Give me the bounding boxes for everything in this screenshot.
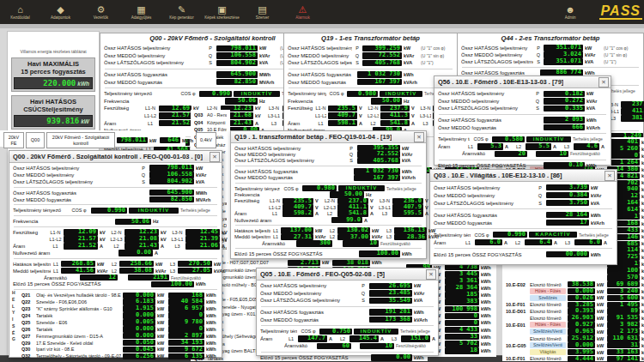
phase-label: L1 — [269, 211, 281, 216]
phase-label: L3 — [171, 244, 184, 249]
table-row: Frekvencia50.00Hz — [288, 98, 453, 106]
close-icon[interactable]: ✕ — [598, 77, 609, 87]
phase-label: L3 — [386, 234, 392, 239]
feeder-id: Q25 — [21, 320, 34, 325]
tab-q00-title[interactable]: 20kV Főmérő - Szolgáltatói kontroll — [46, 132, 115, 148]
lcd-value: 10 — [536, 151, 568, 158]
divider — [14, 186, 217, 188]
helyiseg-vertical-label: H E L Y I S É G — [12, 290, 15, 358]
label: Össz LÁTSZÓLAGOS teljesítmény — [461, 59, 533, 64]
lcd-value: 4 738 — [445, 264, 479, 271]
window-titlebar[interactable]: Q00 . 20kV Főmérő . Szolgáltatói kontrol… — [9, 151, 222, 163]
toolbar-item-k-p-gener-tor[interactable]: ✎Kép generátor — [161, 1, 202, 23]
close-icon[interactable]: ✕ — [605, 171, 615, 181]
label: Össz HATÁSOS fogyasztás — [434, 213, 544, 218]
lcd-value: 235.5 — [328, 106, 357, 112]
table-row: 570kWh — [506, 275, 641, 281]
lcd-value: 28.36 — [394, 234, 427, 241]
window-titlebar[interactable]: Q19 . 1. transzformátor betáp . FEO-Q19-… — [231, 131, 426, 143]
table-row: Q25Szerelde - E060.005kW9 780kWh — [13, 319, 218, 326]
lcd-value: 0.980 — [302, 185, 337, 192]
toolbar-item-szerver[interactable]: ▤Szerver — [242, 1, 283, 23]
toolbar-item-admin[interactable]: ☻Admin — [550, 1, 591, 23]
feeder-name: Szerelde - F06,E06,D06 — [36, 299, 121, 305]
lcd-value: 381.5 — [621, 115, 644, 122]
phase-label: COS φ — [328, 91, 345, 96]
lcd-value: 395.355 — [357, 145, 400, 152]
table-row: Áramváltó2010Feszültségváltó — [438, 150, 607, 158]
feeder-name: Tartalék — [36, 313, 121, 318]
unit-label: kW — [372, 228, 384, 233]
toolbar-item-vez-rl-k[interactable]: ⚙Vezérlők — [81, 1, 121, 23]
lcd-value: 38 018 — [332, 260, 370, 267]
phase-label: P — [359, 283, 368, 288]
lcd-value: 383 — [445, 299, 479, 305]
feeder-id: Q21 — [21, 293, 34, 298]
toolbar-item-k-pek-szerkeszt-se[interactable]: ▣Képek szerkesztése — [202, 1, 242, 23]
window-titlebar[interactable]: Q56 . 10.E . Főmérő . 10E-E13-13-03 . [7… — [434, 76, 611, 88]
toolbar-item-alarmok[interactable]: ⚠Alarmok — [283, 1, 323, 23]
pass-logo: PASS — [599, 4, 642, 20]
unit-label: kWh — [481, 335, 493, 340]
unit-label: V — [425, 205, 432, 210]
label: Össz MEDDŐ fogyasztás — [438, 125, 542, 130]
label: Áram — [234, 211, 267, 216]
close-icon[interactable]: ✕ — [414, 132, 424, 142]
unit-label: A — [222, 244, 230, 249]
unit-label: kW — [196, 166, 218, 171]
feeder-name: Elosztó főmérő — [530, 356, 566, 361]
table-row: Meddő teljesítményL141.56kVArL238.08kVAr… — [13, 268, 218, 275]
lcd-value: 106.558 — [149, 172, 194, 178]
lcd-value: 2191 — [128, 275, 169, 281]
tab-20kv-fe[interactable]: 20kV FE — [3, 132, 24, 148]
phase-label: Q — [536, 193, 544, 198]
unit-label: A — [370, 211, 377, 216]
divider — [14, 288, 217, 290]
toolbar-item-adatpontok[interactable]: ◆Adatpontok — [40, 1, 81, 23]
label: Előző 15 perces ÖSSZ FOGYASZTÁS — [260, 355, 369, 360]
note-label: (U "1") — [421, 60, 453, 65]
label: Össz HATÁSOS teljesítmény — [461, 45, 533, 51]
pencil-icon: ✎ — [178, 5, 185, 15]
window-title: Q19 . 1. transzformátor betáp . FEO-Q19-… — [234, 133, 392, 141]
chart-icon: ▦ — [137, 5, 145, 15]
unit-label: kWh — [206, 341, 218, 346]
lcd-value: 0.990 — [91, 208, 127, 214]
lcd-value: 4.444 — [568, 356, 595, 362]
toolbar-item-adatgy-jt-s[interactable]: ▦Adatgyűjtés — [121, 1, 161, 23]
phase-label: L2-N — [110, 230, 123, 235]
note-label: (U "1" cos φ) — [421, 45, 453, 51]
table-row: L1-L221.57kVL2-L321.08kVL3-L121.39kV — [13, 236, 218, 243]
unit-label: kWh — [481, 293, 493, 298]
table-row: Össz HATÁSOS fogyasztás1 032 730kWh — [234, 168, 422, 174]
table-row: Teljesítmény tényezőCOS φ0.750INDUKTÍVTe… — [260, 328, 434, 335]
unit-label: kWh — [196, 281, 218, 287]
window-titlebar[interactable]: Q05 . 10.E . Főmérő . FEO-Q05-02-08 . [5… — [257, 268, 438, 281]
unit-label: kWh — [586, 118, 607, 123]
lcd-value: 31 — [607, 342, 640, 349]
feeder-name: "K" szárny Sprinkler alállomás - G10 — [36, 306, 121, 311]
lcd-value: 38.08 — [119, 268, 154, 275]
note-label: Terhelés jellege — [400, 329, 434, 334]
table-row: Teljesítmény tényezőCOS φ0.990KAPACITÍVT… — [434, 231, 613, 238]
unit-label: kWh — [206, 306, 218, 311]
table-row: Össz LÁTSZÓLAGOS teljesítményS3.750kVA — [434, 199, 613, 207]
tab-04kv[interactable]: 0,4kV — [196, 132, 216, 148]
unit-label: kW — [597, 282, 605, 287]
unit-label: kW — [591, 185, 613, 190]
unit-label: kWh — [372, 260, 383, 265]
lcd-value: 541.8 — [337, 210, 368, 217]
phase-label: L2-L3 — [110, 237, 123, 242]
label: Nullvezető áram — [13, 250, 117, 256]
table-row: Teljesítmény tényezőCOS φ0.980INDUKTÍVTe… — [234, 185, 422, 191]
toolbar-item-label: Adatgyűjtés — [131, 15, 152, 20]
label: Össz LÁTSZÓLAGOS teljesítmény — [260, 298, 357, 303]
toolbar-item-kezd-oldal[interactable]: ⌂Kezdőoldal — [0, 1, 40, 23]
close-icon[interactable]: ✕ — [426, 269, 436, 280]
close-icon[interactable]: ✕ — [210, 152, 220, 162]
window-titlebar[interactable]: Q03 . 10.E . Világítás . 10E-E12-13-10 .… — [430, 170, 617, 182]
lcd-value: 1 264 — [607, 160, 640, 166]
label: Áram — [260, 336, 284, 341]
lcd-value: 72.552 — [362, 52, 402, 59]
tab-q00[interactable]: Q00 — [26, 132, 45, 148]
